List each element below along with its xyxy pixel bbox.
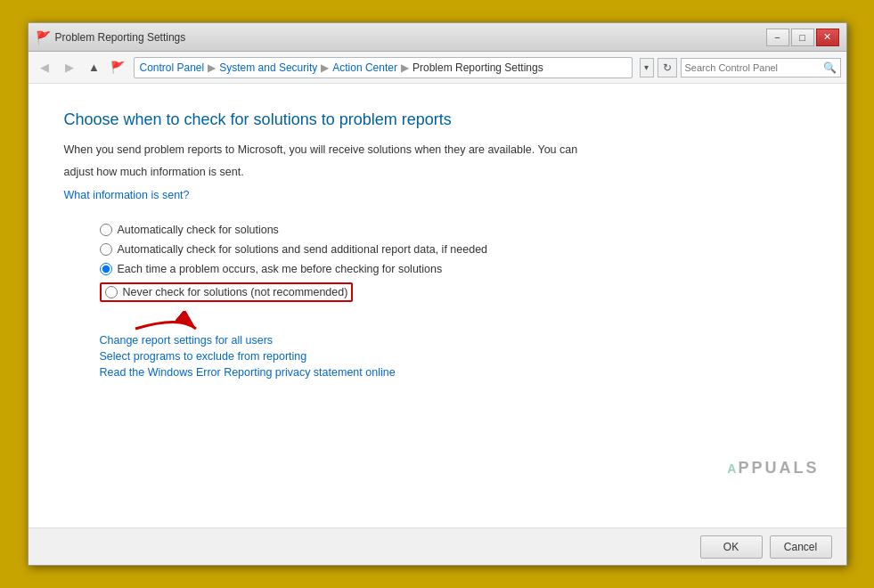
radio-opt2[interactable] [100,243,112,256]
search-box: 🔍 [681,58,841,78]
privacy-statement-link[interactable]: Read the Windows Error Reporting privacy… [100,366,811,379]
maximize-button[interactable]: □ [791,29,814,46]
option-1: Automatically check for solutions [100,224,811,236]
refresh-button[interactable]: ↻ [658,58,677,78]
back-button[interactable]: ◀ [34,58,55,78]
flag-icon: 🚩 [110,61,125,74]
window-icon: 🚩 [36,30,50,45]
cancel-button[interactable]: Cancel [770,535,832,559]
breadcrumb-sep-2: ▶ [321,61,329,74]
title-bar: 🚩 Problem Reporting Settings − □ ✕ [29,23,846,52]
option-2: Automatically check for solutions and se… [100,243,811,256]
forward-button[interactable]: ▶ [59,58,80,78]
search-input[interactable] [685,62,820,73]
nav-bar: ◀ ▶ ▲ 🚩 Control Panel ▶ System and Secur… [29,52,846,84]
page-title: Choose when to check for solutions to pr… [64,110,811,129]
info-link[interactable]: What information is sent? [64,189,190,201]
breadcrumb-sep-1: ▶ [208,61,216,74]
description-line1: When you send problem reports to Microso… [64,142,811,159]
breadcrumb-system-security[interactable]: System and Security [219,61,317,74]
breadcrumb-current: Problem Reporting Settings [412,61,543,74]
label-opt3[interactable]: Each time a problem occurs, ask me befor… [118,263,443,275]
option-4: Never check for solutions (not recommend… [100,282,811,302]
radio-opt3[interactable] [100,263,112,275]
bottom-bar: OK Cancel [29,527,846,565]
up-button[interactable]: ▲ [84,58,105,78]
arrow-annotation [127,311,207,350]
search-icon[interactable]: 🔍 [823,61,837,74]
radio-opt4[interactable] [105,286,118,298]
address-dropdown-button[interactable]: ▾ [640,58,654,78]
window-title: Problem Reporting Settings [55,31,186,44]
radio-opt1[interactable] [100,224,112,236]
label-opt4[interactable]: Never check for solutions (not recommend… [123,286,348,298]
description-line2: adjust how much information is sent. [64,164,811,181]
title-bar-left: 🚩 Problem Reporting Settings [36,30,186,45]
highlight-box: Never check for solutions (not recommend… [100,282,354,302]
arrow-svg [127,311,207,347]
breadcrumb-bar: Control Panel ▶ System and Security ▶ Ac… [134,57,633,78]
option-3: Each time a problem occurs, ask me befor… [100,263,811,275]
breadcrumb-control-panel[interactable]: Control Panel [140,61,205,74]
content-area: Choose when to check for solutions to pr… [29,84,846,527]
breadcrumb-action-center[interactable]: Action Center [332,61,397,74]
label-opt2[interactable]: Automatically check for solutions and se… [118,243,488,256]
breadcrumb-sep-3: ▶ [401,61,409,74]
minimize-button[interactable]: − [766,29,789,46]
ok-button[interactable]: OK [700,535,763,559]
exclude-programs-link[interactable]: Select programs to exclude from reportin… [100,350,811,363]
watermark: APPUALS [727,455,819,478]
label-opt1[interactable]: Automatically check for solutions [118,224,279,236]
options-section: Automatically check for solutions Automa… [100,224,811,302]
title-bar-buttons: − □ ✕ [766,29,839,46]
close-button[interactable]: ✕ [816,29,839,46]
main-window: 🚩 Problem Reporting Settings − □ ✕ ◀ ▶ ▲… [28,22,847,566]
